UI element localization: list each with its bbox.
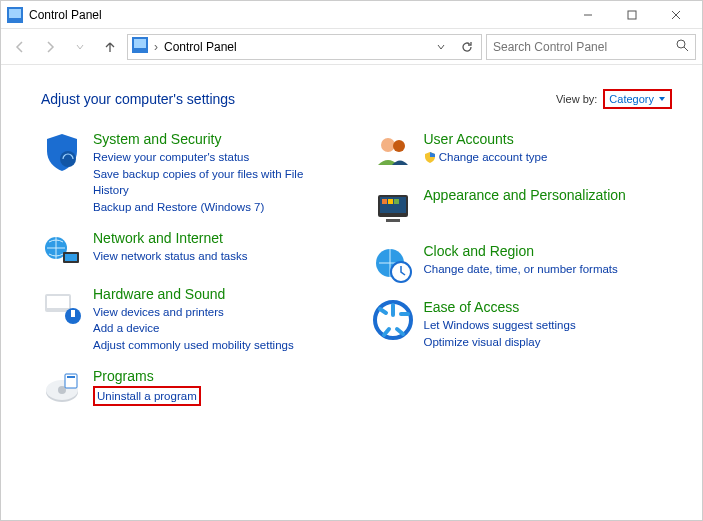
category-network-internet[interactable]: Network and Internet: [93, 230, 247, 246]
chevron-right-icon: ›: [154, 40, 158, 54]
svg-rect-14: [65, 254, 77, 261]
link-optimize-display[interactable]: Optimize visual display: [424, 334, 576, 351]
up-button[interactable]: [97, 34, 123, 60]
window-title: Control Panel: [29, 8, 566, 22]
uninstall-highlight: Uninstall a program: [93, 386, 201, 407]
link-mobility-settings[interactable]: Adjust commonly used mobility settings: [93, 337, 294, 354]
close-button[interactable]: [654, 1, 698, 29]
recent-dropdown-icon[interactable]: [67, 34, 93, 60]
minimize-button[interactable]: [566, 1, 610, 29]
svg-point-25: [393, 140, 405, 152]
link-review-status[interactable]: Review your computer's status: [93, 149, 342, 166]
svg-rect-23: [67, 376, 75, 378]
viewby-label: View by:: [556, 93, 597, 105]
link-file-history[interactable]: Save backup copies of your files with Fi…: [93, 166, 342, 199]
left-column: System and Security Review your computer…: [41, 131, 342, 424]
link-suggest-settings[interactable]: Let Windows suggest settings: [424, 317, 576, 334]
hardware-sound-icon: [41, 286, 83, 328]
category-ease-of-access[interactable]: Ease of Access: [424, 299, 576, 315]
page-title: Adjust your computer's settings: [41, 91, 556, 107]
viewby-dropdown[interactable]: Category: [609, 93, 666, 105]
svg-point-9: [677, 40, 685, 48]
link-add-device[interactable]: Add a device: [93, 320, 294, 337]
system-security-icon: [41, 131, 83, 173]
link-network-status[interactable]: View network status and tasks: [93, 248, 247, 265]
user-accounts-icon: [372, 131, 414, 173]
svg-rect-29: [388, 199, 393, 204]
svg-rect-30: [394, 199, 399, 204]
shield-icon: [424, 151, 436, 163]
svg-rect-18: [71, 310, 75, 317]
maximize-button[interactable]: [610, 1, 654, 29]
viewby-value: Category: [609, 93, 654, 105]
breadcrumb[interactable]: Control Panel: [164, 40, 237, 54]
category-clock-region[interactable]: Clock and Region: [424, 243, 618, 259]
category-system-security[interactable]: System and Security: [93, 131, 342, 147]
svg-rect-4: [628, 11, 636, 19]
programs-icon: [41, 368, 83, 410]
search-icon[interactable]: [676, 39, 689, 55]
ease-of-access-icon: [372, 299, 414, 341]
viewby-highlight: Category: [603, 89, 672, 109]
network-internet-icon: [41, 230, 83, 272]
svg-rect-28: [382, 199, 387, 204]
link-devices-printers[interactable]: View devices and printers: [93, 304, 294, 321]
right-column: User Accounts Change account type Appear…: [372, 131, 673, 424]
link-uninstall-program[interactable]: Uninstall a program: [97, 388, 197, 405]
svg-line-10: [684, 47, 688, 51]
clock-region-icon: [372, 243, 414, 285]
search-input[interactable]: [493, 40, 676, 54]
svg-rect-8: [134, 39, 146, 48]
titlebar: Control Panel: [1, 1, 702, 29]
address-dropdown-icon[interactable]: [431, 42, 451, 52]
category-programs[interactable]: Programs: [93, 368, 201, 384]
control-panel-crumb-icon: [132, 37, 148, 56]
toolbar: › Control Panel: [1, 29, 702, 65]
control-panel-icon: [7, 7, 23, 23]
svg-point-24: [381, 138, 395, 152]
chevron-down-icon: [658, 95, 666, 103]
forward-button[interactable]: [37, 34, 63, 60]
link-backup-restore[interactable]: Backup and Restore (Windows 7): [93, 199, 342, 216]
address-bar[interactable]: › Control Panel: [127, 34, 482, 60]
link-change-account-type[interactable]: Change account type: [424, 149, 548, 166]
appearance-icon: [372, 187, 414, 229]
svg-rect-16: [47, 296, 69, 308]
back-button[interactable]: [7, 34, 33, 60]
svg-rect-1: [9, 9, 21, 18]
refresh-button[interactable]: [457, 40, 477, 54]
search-box[interactable]: [486, 34, 696, 60]
link-date-time-formats[interactable]: Change date, time, or number formats: [424, 261, 618, 278]
svg-rect-31: [386, 219, 400, 222]
category-hardware-sound[interactable]: Hardware and Sound: [93, 286, 294, 302]
svg-rect-2: [12, 20, 18, 22]
content-area: Adjust your computer's settings View by:…: [1, 65, 702, 434]
category-user-accounts[interactable]: User Accounts: [424, 131, 548, 147]
category-appearance[interactable]: Appearance and Personalization: [424, 187, 626, 203]
